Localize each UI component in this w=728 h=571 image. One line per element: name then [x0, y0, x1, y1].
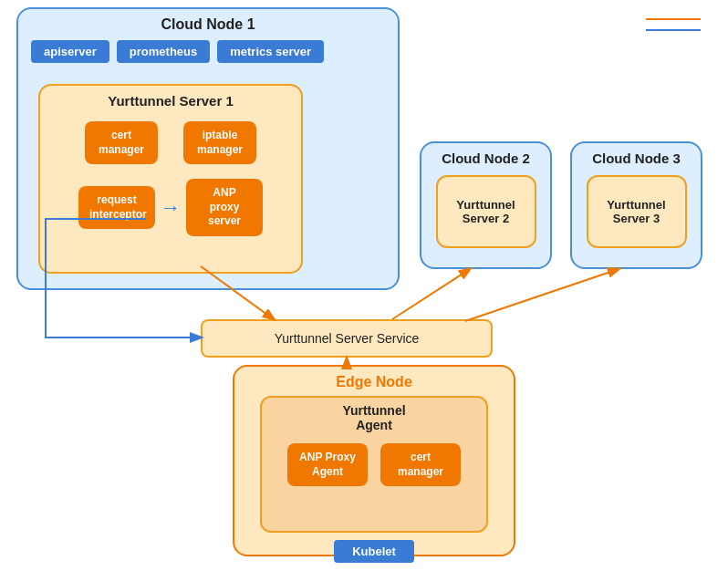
kubelet-button[interactable]: Kubelet — [334, 540, 414, 563]
arrow-service-to-cn2 — [392, 269, 470, 319]
yurt-agent-buttons: ANP ProxyAgent certmanager — [267, 443, 481, 486]
orange-line-indicator — [646, 18, 701, 20]
yurt-agent-box: YurttunnelAgent ANP ProxyAgent certmanag… — [260, 396, 488, 533]
yurt-server-2-box: YurttunnelServer 2 — [436, 175, 536, 248]
yurt-server-1: Yurttunnel Server 1 certmanager iptablem… — [38, 84, 303, 274]
anp-proxy-server-button[interactable]: ANP proxyserver — [186, 179, 263, 236]
request-interceptor-button[interactable]: requestinterceptor — [78, 186, 155, 229]
cloud-node-1: Cloud Node 1 apiserver prometheus metric… — [16, 7, 400, 290]
legend-orange-line — [646, 18, 701, 20]
top-buttons-row: apiserver prometheus metrics server — [31, 40, 385, 63]
yurt-server-1-title: Yurttunnel Server 1 — [40, 86, 301, 109]
edge-node: Edge Node YurttunnelAgent ANP ProxyAgent… — [233, 365, 515, 556]
yurt-server-service-label: Yurttunnel Server Service — [275, 331, 420, 346]
iptable-manager-button[interactable]: iptablemanager — [183, 121, 256, 164]
yurt1-bottom-row: requestinterceptor → ANP proxyserver — [40, 179, 301, 236]
cloud-node-2-title: Cloud Node 2 — [421, 143, 550, 166]
yurt-server-service: Yurttunnel Server Service — [201, 319, 493, 358]
cloud-node-3-title: Cloud Node 3 — [572, 143, 701, 166]
cert-manager-button-2[interactable]: certmanager — [380, 443, 461, 486]
cert-manager-button-1[interactable]: certmanager — [85, 121, 158, 164]
legend — [646, 18, 701, 40]
yurt-server-2-label: YurttunnelServer 2 — [456, 198, 515, 225]
yurt-server-3-box: YurttunnelServer 3 — [587, 175, 687, 248]
arrow-service-to-cn3 — [465, 269, 619, 321]
yurt1-top-row: certmanager iptablemanager — [40, 121, 301, 164]
prometheus-button[interactable]: prometheus — [117, 40, 210, 63]
cloud-node-1-title: Cloud Node 1 — [18, 9, 398, 33]
metrics-server-button[interactable]: metrics server — [217, 40, 324, 63]
cloud-node-3: Cloud Node 3 YurttunnelServer 3 — [570, 141, 702, 269]
cloud-node-2: Cloud Node 2 YurttunnelServer 2 — [420, 141, 552, 269]
yurt-server-3-label: YurttunnelServer 3 — [607, 198, 665, 225]
blue-line-indicator — [646, 29, 701, 31]
anp-proxy-agent-button[interactable]: ANP ProxyAgent — [287, 443, 368, 486]
apiserver-button[interactable]: apiserver — [31, 40, 109, 63]
edge-node-title: Edge Node — [234, 367, 514, 390]
diagram: Cloud Node 1 apiserver prometheus metric… — [0, 0, 728, 571]
yurt-agent-title: YurttunnelAgent — [267, 403, 481, 438]
legend-blue-line — [646, 29, 701, 31]
arrow-interceptor-to-anp: → — [161, 196, 181, 220]
